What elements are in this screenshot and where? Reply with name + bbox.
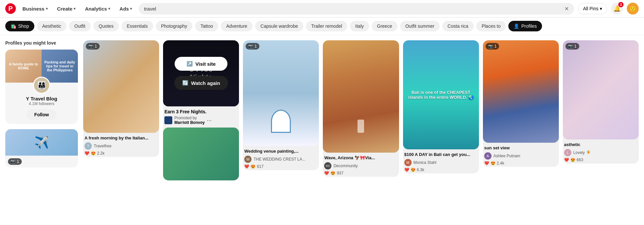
pin-overlay: ↗️ Visit site 🔄 Watch again xyxy=(163,40,239,106)
profile-followers: 4.1M followers xyxy=(29,101,54,106)
watch-again-label: Watch again xyxy=(191,80,220,86)
profile-2-cover: ✈️ xyxy=(5,129,78,156)
pill-label-photography: Photography xyxy=(161,23,187,29)
pill-label-places-to: Places to xyxy=(482,23,501,29)
pill-icon-shop: 🛍️ xyxy=(11,23,16,29)
pin-stat-count-6: 2.4k xyxy=(497,161,504,166)
pin-card-wave[interactable]: 📷 3 Wave, Arizona 🦅🎀Via... DC Decommunit… xyxy=(323,40,399,177)
nav-analytics[interactable]: Analytics ▾ xyxy=(82,4,113,14)
pin-image-bali: Bali is one of the CHEAPEST islands in t… xyxy=(403,40,479,149)
filter-pill-photography[interactable]: Photography xyxy=(156,21,192,31)
filter-pill-profiles[interactable]: 👤Profiles xyxy=(508,21,542,31)
pin-title-aesthetic: asthetic xyxy=(564,142,637,148)
profile-avatar: 👨‍👩‍👧 xyxy=(33,77,50,94)
fire-icon-7: 😍 xyxy=(570,158,575,162)
filter-pill-outfit-summer[interactable]: Outfit summer xyxy=(400,21,440,31)
pinterest-logo[interactable]: P xyxy=(5,3,16,14)
more-options-icon[interactable]: ··· xyxy=(207,117,212,124)
filter-pill-aesthetic[interactable]: Aesthetic xyxy=(37,21,67,31)
search-clear-icon[interactable]: ✕ xyxy=(564,6,569,12)
pill-label-shop: Shop xyxy=(18,23,29,29)
camera-icon: 📷 xyxy=(88,44,93,49)
pin-author-avatar-wave: DC xyxy=(324,162,331,169)
bali-overlay-text: Bali is one of the CHEAPEST islands in t… xyxy=(403,85,479,105)
nav-business-label: Business xyxy=(22,6,45,12)
pin-author-row-aesthetic: L Lovely 🧚 xyxy=(564,149,637,156)
filter-pill-tattoo[interactable]: Tattoo xyxy=(195,21,218,31)
heart-icon-5: ❤️ xyxy=(404,168,409,172)
pin-badge-count-7: 1 xyxy=(574,44,577,49)
camera-icon: 📷 xyxy=(11,159,16,164)
pin-stat-count-4: 937 xyxy=(337,171,343,175)
follow-button[interactable]: Follow xyxy=(26,109,57,120)
promo-sub-label: Promoted by xyxy=(174,116,205,120)
all-pins-button[interactable]: All Pins ▾ xyxy=(578,3,607,14)
nav-create[interactable]: Create ▾ xyxy=(54,4,79,14)
church-dome-icon xyxy=(271,110,291,133)
pinterest-logo-char: P xyxy=(8,5,13,13)
pin-promo-bg: Travel More. 3 Free Nights Win a Free Tr… xyxy=(163,40,239,106)
pin-stats-sunset: ❤️ 😍 2.4k xyxy=(484,161,558,166)
filter-pill-trailer-remodel[interactable]: Trailer remodel xyxy=(306,21,348,31)
pin-author-row-wedding: W THE WEDDING CREST LA... xyxy=(244,156,318,163)
user-avatar[interactable]: 🙂 xyxy=(627,3,639,15)
visit-site-button[interactable]: ↗️ Visit site xyxy=(175,57,227,71)
pin-author-row-wave: DC Decommunity xyxy=(324,162,397,169)
pin-meta-wedding: Wedding venue painting,... W THE WEDDING… xyxy=(243,146,319,170)
nav-business[interactable]: Business ▾ xyxy=(20,4,51,14)
filter-pill-quotes[interactable]: Quotes xyxy=(93,21,119,31)
heart-icon-2: ❤️ xyxy=(244,164,249,169)
arrow-icon: ↗️ xyxy=(186,61,193,67)
filter-pill-adventure[interactable]: Adventure xyxy=(221,21,253,31)
pill-label-tattoo: Tattoo xyxy=(200,23,213,29)
pin-author-avatar-aesthetic: L xyxy=(564,149,571,156)
nav-create-label: Create xyxy=(57,6,73,12)
main-content: Profiles you might love A family guide t… xyxy=(0,35,644,186)
pin-card-italian[interactable]: 📷 1 A fresh morning by the Italian... T … xyxy=(83,40,159,157)
watch-again-button[interactable]: 🔄 Watch again xyxy=(174,76,228,90)
pin-card-sunset[interactable]: 📷 1 sun set view A Ashlee Putnam ❤️ 😍 2.… xyxy=(483,40,559,167)
notifications-button[interactable]: 🔔 3 xyxy=(611,3,623,15)
nav-create-chevron: ▾ xyxy=(74,7,76,11)
pin-badge-count-6: 1 xyxy=(494,44,497,49)
pin-badge-count: 1 xyxy=(95,44,97,49)
filter-pill-shop[interactable]: 🛍️Shop xyxy=(5,21,34,31)
header: P Business ▾ Create ▾ Analytics ▾ Ads ▾ … xyxy=(0,0,644,18)
promo-row: Promoted by Marriott Bonvoy ··· xyxy=(164,116,238,125)
pin-author-row-bali: M Monica Stahl xyxy=(404,159,478,166)
pin-author-name-aesthetic: Lovely 🧚 xyxy=(573,150,591,155)
search-input[interactable] xyxy=(144,6,562,12)
pill-label-italy: Italy xyxy=(355,23,364,29)
profile-info: 👨‍👩‍👧 Y Travel Blog 4.1M followers Follo… xyxy=(5,83,78,124)
profile-2-badge-count: 1 xyxy=(17,159,19,164)
filter-pill-costa-rica[interactable]: Costa rica xyxy=(442,21,474,31)
filter-pill-outfit[interactable]: Outfit xyxy=(69,21,90,31)
pin-author-avatar: T xyxy=(85,142,92,150)
pill-label-profiles: Profiles xyxy=(521,23,537,29)
pin-meta-aesthetic: asthetic L Lovely 🧚 ❤️ 😍 663 xyxy=(563,139,639,164)
filter-pill-italy[interactable]: Italy xyxy=(350,21,369,31)
pin-stat-count-3: 617 xyxy=(257,164,263,169)
pin-card-wedding[interactable]: 📷 1 Wedding venue painting,... W THE WED… xyxy=(243,40,319,170)
pin-card-bali[interactable]: 📷 1 Bali is one of the CHEAPEST islands … xyxy=(403,40,479,173)
filter-pill-essentials[interactable]: Essentials xyxy=(121,21,153,31)
pin-image-sunset xyxy=(483,40,559,143)
profile-card-1: A family guide to ROME Packing and daily… xyxy=(5,50,78,124)
pin-title-italian: A fresh morning by the Italian... xyxy=(85,135,158,141)
profile-avatar-emoji: 👨‍👩‍👧 xyxy=(37,81,46,90)
cover-right-text: Packing and daily tips for travel in the… xyxy=(43,60,77,72)
filter-pill-greece[interactable]: Greece xyxy=(372,21,397,31)
filter-pill-places-to[interactable]: Places to xyxy=(476,21,506,31)
filter-pill-capsule-wardrobe[interactable]: Capsule wardrobe xyxy=(255,21,303,31)
pin-author-name-bali: Monica Stahl xyxy=(414,160,436,165)
pin-title-sunset: sun set view xyxy=(484,145,558,151)
pin-stats-bali: ❤️ 😍 6.3k xyxy=(404,168,478,172)
pin-stats-aesthetic: ❤️ 😍 663 xyxy=(564,158,637,162)
user-avatar-icon: 🙂 xyxy=(629,6,636,12)
nav-ads[interactable]: Ads ▾ xyxy=(117,4,135,14)
pin-card-marriott[interactable]: Travel More. 3 Free Nights Win a Free Tr… xyxy=(163,40,239,180)
fire-icon-5: 😍 xyxy=(411,168,416,172)
pin-image-italian xyxy=(83,40,159,133)
filter-bar: 🛍️ShopAestheticOutfitQuotesEssentialsPho… xyxy=(0,18,644,35)
pin-card-aesthetic[interactable]: 📷 1 asthetic L Lovely 🧚 ❤️ 😍 663 xyxy=(563,40,639,164)
